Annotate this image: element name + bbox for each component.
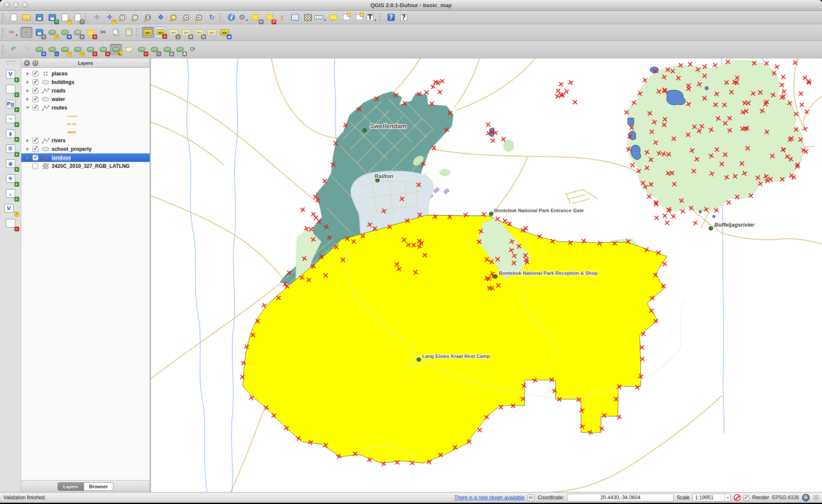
coordinate-input[interactable] [567,494,674,501]
composer-manager-button[interactable]: ✦ [72,12,84,23]
zoom-native-button[interactable]: 1:1 [142,12,154,23]
toolbar-handle[interactable] [2,45,6,54]
zoom-full-button[interactable]: ✥ [155,12,167,23]
new-project-button[interactable] [8,12,20,23]
layer-checkbox[interactable] [32,155,38,161]
save-project-button[interactable] [33,12,45,23]
window-close-button[interactable] [4,2,10,8]
expander-icon[interactable] [25,147,31,151]
measure-button[interactable]: ▼ [315,12,327,23]
zoom-in-button[interactable]: + [116,12,128,23]
panel-close-icon[interactable]: ✕ [24,60,30,66]
copy-features-button[interactable] [110,27,122,38]
run-feature-action-button[interactable]: ❂▼ [238,12,250,23]
map-canvas[interactable]: Swellendam Railton Bontebok National Par… [151,58,822,492]
open-project-button[interactable] [20,12,32,23]
add-wfs-layer-button[interactable]: ❖+ [3,171,18,185]
expander-icon[interactable] [25,72,31,75]
add-feature-button[interactable]: ✶ [46,27,58,38]
layer-checkbox[interactable] [32,163,38,169]
toolbar-handle[interactable] [6,61,15,64]
select-features-button[interactable]: ➤▼ [251,12,263,23]
add-part-button[interactable]: ✶ [72,44,84,55]
undo-button[interactable]: ↶ [8,44,20,55]
toggle-editing-button[interactable]: ✏ [20,27,32,38]
layer-item-landuse[interactable]: ✏landuse [21,153,150,162]
reshape-features-button[interactable]: ◣ [110,44,122,55]
rotate-point-symbols-button[interactable]: ⟳ [187,44,199,55]
add-wms-layer-button[interactable]: ❂+ [3,141,18,156]
toolbar-handle[interactable] [2,28,6,37]
cut-features-button[interactable]: ✂ [97,27,109,38]
pin-unpin-labels-button[interactable]: abc↓ [155,27,167,38]
layer-checkbox[interactable] [32,105,38,111]
new-bookmark-button[interactable] [340,12,352,23]
move-feature-button[interactable]: ✥ [59,27,71,38]
delete-ring-button[interactable]: ✕ [84,44,96,55]
tab-browser[interactable]: Browser [84,482,113,491]
expander-icon[interactable] [25,156,31,159]
new-shapefile-layer-button[interactable]: V✶▼ [3,201,18,215]
merge-features-button[interactable]: ≡ [161,44,173,55]
open-attribute-table-button[interactable] [289,12,301,23]
tab-layers[interactable]: Layers [58,482,84,491]
layer-item-rivers[interactable]: rivers [21,136,150,145]
add-wcs-layer-button[interactable]: ◉+ [3,156,18,170]
offset-curve-button[interactable] [123,44,135,55]
add-spatialite-layer-button[interactable]: ✑+ [3,112,18,126]
toolbar-handle[interactable] [85,13,89,22]
plugin-icon[interactable]: ✄ [527,494,535,501]
layer-item-school_property[interactable]: school_property [21,145,150,153]
remove-layer-button[interactable]: − [3,216,18,230]
zoom-last-button[interactable]: ◂ [180,12,192,23]
toolbar-handle[interactable] [2,13,6,22]
zoom-next-button[interactable]: ▸ [193,12,205,23]
show-bookmarks-button[interactable] [353,12,365,23]
deselect-all-button[interactable]: ∅ [263,12,275,23]
layer-item-water[interactable]: water [21,95,150,104]
help-contents-button[interactable]: ? [385,12,397,23]
window-zoom-button[interactable] [22,2,28,8]
window-minimize-button[interactable] [13,2,19,8]
simplify-feature-button[interactable]: ◇ [46,44,58,55]
layer-checkbox[interactable] [32,96,38,102]
toolbar-handle[interactable] [136,28,140,37]
field-calculator-button[interactable] [302,12,314,23]
layer-checkbox[interactable] [32,88,38,94]
zoom-out-button[interactable]: − [129,12,141,23]
select-by-expression-button[interactable]: ε [276,12,288,23]
expander-icon[interactable] [25,81,31,84]
highlight-pinned-labels-button[interactable]: abc↓ [168,27,179,38]
split-features-button[interactable]: ✂ [136,44,148,55]
add-mssql-layer-button[interactable]: ◗+ [3,127,18,141]
new-plugin-link[interactable]: There is a new plugin available [454,495,524,501]
pan-map-button[interactable]: ✛ [91,12,103,23]
layer-item-buildings[interactable]: buildings [21,78,150,86]
text-annotation-button[interactable]: T▼ [366,12,378,23]
layer-checkbox[interactable] [32,138,38,144]
save-layer-edits-button[interactable]: ✎ [33,27,45,38]
redo-button[interactable]: ↷ [20,44,32,55]
save-project-as-button[interactable]: ✎ [46,12,58,23]
panel-float-icon[interactable]: ❐ [32,60,38,66]
rotate-label-button[interactable]: abc↻ [193,27,205,38]
scale-combo[interactable]: 1:19951 ▼ [692,494,731,501]
layer-checkbox[interactable] [32,71,38,77]
paste-features-button[interactable] [123,27,135,38]
rotate-feature-button[interactable]: ↻ [33,44,45,55]
add-raster-layer-button[interactable]: + [3,82,18,96]
delete-selected-button[interactable]: ✕ [84,27,96,38]
refresh-button[interactable]: ↻ [206,12,218,23]
change-label-button[interactable]: abc [206,27,218,38]
toolbar-handle[interactable] [220,13,223,22]
expander-icon[interactable] [25,139,31,142]
map-tips-button[interactable] [327,12,339,23]
whats-this-button[interactable]: ? [398,12,410,23]
expander-icon[interactable] [25,107,31,109]
render-checkbox[interactable] [744,495,749,501]
split-parts-button[interactable]: ✂ [148,44,160,55]
layer-checkbox[interactable] [32,79,38,85]
layer-checkbox[interactable] [32,146,38,152]
layer-item-3420c_2010_327_rgb_latlng[interactable]: 3420C_2010_327_RGB_LATLNG [21,162,150,170]
show-hide-labels-button[interactable]: abc◉ [219,27,231,38]
